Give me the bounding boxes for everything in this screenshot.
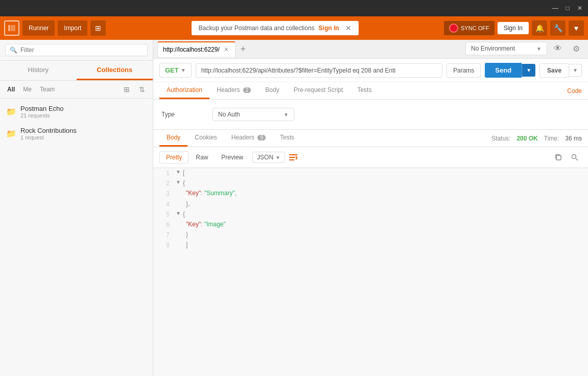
url-input[interactable] bbox=[196, 63, 442, 78]
tab-url-label: http://localhost:6229/ bbox=[163, 46, 220, 53]
send-button[interactable]: Send bbox=[485, 63, 522, 78]
request-tab[interactable]: http://localhost:6229/ ✕ bbox=[157, 41, 236, 57]
env-controls: No Environment ▼ 👁 ⚙ bbox=[465, 41, 584, 58]
sort-collections-button[interactable]: ⇅ bbox=[136, 84, 148, 95]
new-collection-button[interactable]: ⊞ bbox=[121, 84, 132, 95]
tab-body[interactable]: Body bbox=[258, 82, 286, 99]
svg-rect-4 bbox=[289, 159, 294, 160]
settings-button[interactable]: 🔧 bbox=[550, 20, 566, 36]
view-preview-button[interactable]: Preview bbox=[215, 152, 249, 163]
import-button[interactable]: Import bbox=[58, 20, 87, 36]
save-button[interactable]: Save bbox=[539, 63, 569, 78]
runner-button[interactable]: Runner bbox=[22, 20, 55, 36]
time-label: Time: bbox=[544, 135, 559, 142]
tab-headers[interactable]: Headers 2 bbox=[209, 82, 258, 99]
request-tabs: Authorization Headers 2 Body Pre-request… bbox=[153, 82, 588, 100]
sidebar-search-area: 🔍 bbox=[0, 40, 153, 61]
copy-button[interactable] bbox=[551, 150, 566, 165]
add-tab-button[interactable]: + bbox=[237, 42, 250, 56]
tab-pre-request-script[interactable]: Pre-request Script bbox=[287, 82, 350, 99]
collection-name: Rock Contributions bbox=[20, 127, 147, 134]
search-icon: 🔍 bbox=[10, 46, 17, 54]
sync-button[interactable]: SYNC OFF bbox=[444, 21, 495, 35]
tab-authorization[interactable]: Authorization bbox=[159, 82, 209, 99]
collection-name: Postman Echo bbox=[20, 105, 147, 112]
tab-close-button[interactable]: ✕ bbox=[223, 46, 230, 53]
environment-selector[interactable]: No Environment ▼ bbox=[465, 42, 547, 55]
save-button-group: Save ▼ bbox=[539, 63, 582, 78]
svg-rect-1 bbox=[11, 25, 15, 31]
auth-type-value: No Auth bbox=[218, 111, 240, 118]
svg-rect-0 bbox=[8, 25, 10, 31]
history-tab[interactable]: History bbox=[0, 61, 77, 80]
wrap-button[interactable] bbox=[286, 150, 300, 165]
banner-sign-in-link[interactable]: Sign In bbox=[319, 25, 339, 32]
env-label: No Environment bbox=[471, 45, 515, 52]
code-line-6: 6 "Key": "Image" bbox=[153, 220, 588, 230]
auth-type-row: Type No Auth ▼ bbox=[161, 108, 580, 121]
heart-button[interactable]: ♥ bbox=[569, 20, 584, 36]
auth-type-selector[interactable]: No Auth ▼ bbox=[213, 108, 294, 121]
folder-icon: 📁 bbox=[6, 129, 16, 138]
code-line-2: 2 ▼ { bbox=[153, 178, 588, 189]
collection-list: 📁 Postman Echo 21 requests 📁 Rock Contri… bbox=[0, 99, 153, 376]
auth-type-label: Type bbox=[161, 111, 202, 118]
collection-item-postman-echo[interactable]: 📁 Postman Echo 21 requests bbox=[0, 101, 153, 123]
banner-text: Backup your Postman data and collections bbox=[199, 25, 315, 32]
toolbar: Runner Import ⊞ Backup your Postman data… bbox=[0, 16, 588, 40]
code-editor[interactable]: 1 ▼ [ 2 ▼ { 3 "Key": "Summary", bbox=[153, 168, 588, 376]
collection-info: Postman Echo 21 requests bbox=[20, 105, 147, 119]
save-dropdown-button[interactable]: ▼ bbox=[569, 64, 582, 77]
auth-section: Type No Auth ▼ bbox=[153, 100, 588, 130]
filter-me[interactable]: Me bbox=[21, 85, 34, 94]
new-tab-button[interactable]: ⊞ bbox=[90, 20, 106, 36]
format-label: JSON bbox=[257, 154, 273, 161]
tab-bar: http://localhost:6229/ ✕ + bbox=[155, 40, 465, 58]
resp-tab-tests[interactable]: Tests bbox=[273, 130, 301, 147]
collection-info: Rock Contributions 1 request bbox=[20, 127, 147, 140]
search-response-button[interactable] bbox=[568, 150, 582, 165]
code-link[interactable]: Code bbox=[567, 83, 582, 99]
minimize-button[interactable]: — bbox=[551, 4, 559, 12]
resp-tab-body[interactable]: Body bbox=[159, 130, 187, 147]
folder-icon: 📁 bbox=[6, 107, 16, 116]
view-pretty-button[interactable]: Pretty bbox=[159, 151, 189, 163]
backup-banner: Backup your Postman data and collections… bbox=[192, 21, 359, 35]
notifications-button[interactable]: 🔔 bbox=[532, 20, 547, 36]
collections-tab[interactable]: Collections bbox=[77, 61, 153, 80]
filter-tabs: All Me Team bbox=[5, 85, 117, 94]
svg-rect-2 bbox=[289, 154, 297, 155]
collection-count: 21 requests bbox=[20, 112, 147, 119]
body-action-buttons bbox=[551, 150, 582, 165]
filter-team[interactable]: Team bbox=[38, 85, 57, 94]
code-line-1: 1 ▼ [ bbox=[153, 168, 588, 178]
tab-tests[interactable]: Tests bbox=[350, 82, 379, 99]
sidebar-actions-bar: All Me Team ⊞ ⇅ bbox=[0, 81, 153, 99]
banner-close-button[interactable]: ✕ bbox=[345, 24, 351, 32]
send-dropdown-button[interactable]: ▼ bbox=[522, 64, 535, 77]
code-line-3: 3 "Key": "Summary", bbox=[153, 189, 588, 199]
settings-env-button[interactable]: ⚙ bbox=[569, 41, 584, 56]
resp-tab-cookies[interactable]: Cookies bbox=[187, 130, 224, 147]
method-selector[interactable]: GET ▼ bbox=[159, 63, 192, 78]
filter-all[interactable]: All bbox=[5, 85, 17, 94]
response-section: Body Cookies Headers 9 Tests Status: 200… bbox=[153, 130, 588, 376]
format-selector[interactable]: JSON ▼ bbox=[252, 152, 285, 163]
collection-item-rock-contributions[interactable]: 📁 Rock Contributions 1 request bbox=[0, 123, 153, 145]
params-button[interactable]: Params bbox=[446, 63, 481, 78]
filter-input[interactable] bbox=[20, 46, 143, 54]
eye-button[interactable]: 👁 bbox=[550, 41, 566, 56]
sidebar: 🔍 History Collections All Me Team ⊞ ⇅ 📁 … bbox=[0, 40, 153, 376]
svg-line-7 bbox=[576, 158, 578, 160]
status-badge: 200 OK bbox=[516, 135, 537, 142]
close-button[interactable]: ✕ bbox=[576, 4, 584, 12]
sync-label: SYNC OFF bbox=[461, 25, 489, 31]
tab-env-row: http://localhost:6229/ ✕ + No Environmen… bbox=[153, 40, 588, 59]
sidebar-tabs: History Collections bbox=[0, 61, 153, 81]
view-raw-button[interactable]: Raw bbox=[190, 152, 214, 163]
maximize-button[interactable]: □ bbox=[563, 4, 572, 12]
resp-headers-badge: 9 bbox=[257, 135, 266, 140]
sign-in-button[interactable]: Sign In bbox=[498, 22, 529, 34]
resp-tab-headers[interactable]: Headers 9 bbox=[224, 130, 273, 147]
sidebar-toggle-button[interactable] bbox=[4, 20, 19, 36]
